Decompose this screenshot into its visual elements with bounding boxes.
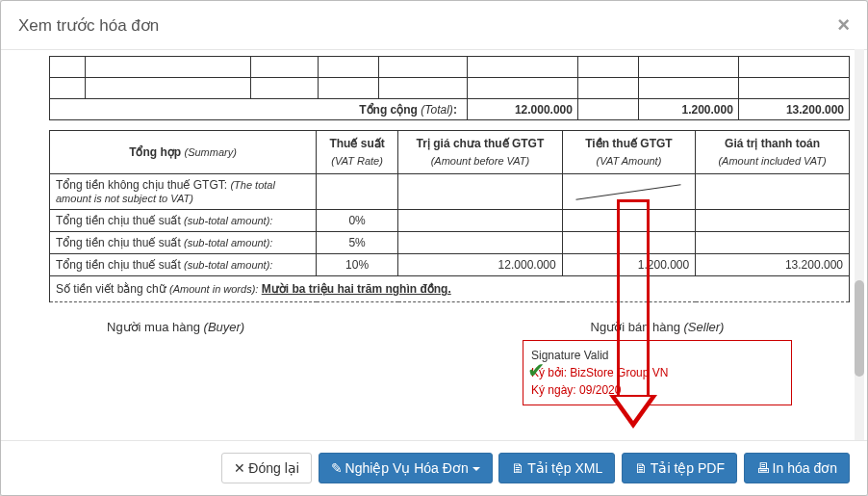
- close-button[interactable]: ✕Đóng lại: [221, 453, 312, 483]
- buyer-block: Người mua hàng (Buyer): [107, 320, 244, 405]
- modal-body[interactable]: Tổng cộng (Total): 12.000.000 1.200.000 …: [1, 50, 867, 435]
- total-grand: 13.200.000: [738, 99, 849, 120]
- hdr-rate: Thuế suất: [329, 137, 384, 150]
- summary-row: Tổng tiền không chịu thuế GTGT: (The tot…: [50, 174, 850, 210]
- table-row: [50, 57, 850, 78]
- x-icon: ✕: [234, 460, 245, 476]
- words-value: Mười ba triệu hai trăm nghìn đồng.: [262, 282, 451, 296]
- close-icon[interactable]: ×: [837, 14, 850, 36]
- invoice-preview-modal: Xem trước hóa đơn × Tổng cộng (Total): 1…: [0, 0, 868, 496]
- hdr-summary: Tổng hợp: [129, 145, 181, 159]
- edit-icon: ✎: [331, 460, 343, 476]
- signed-date: 09/2020: [579, 383, 621, 397]
- print-invoice-button[interactable]: 🖶In hóa đơn: [744, 453, 850, 483]
- signed-by: BizStore Group VN: [570, 366, 668, 379]
- hdr-vat: Tiền thuế GTGT: [585, 137, 672, 150]
- download-pdf-button[interactable]: 🗎Tải tệp PDF: [622, 453, 737, 483]
- summary-header-row: Tổng hợp (Summary) Thuế suất(VAT Rate) T…: [50, 131, 850, 174]
- total-label: Tổng cộng: [359, 103, 418, 117]
- items-total-row: Tổng cộng (Total): 12.000.000 1.200.000 …: [50, 99, 850, 120]
- signature-valid: Signature Valid: [531, 347, 783, 364]
- signature-row: Người mua hàng (Buyer) Người bán hàng (S…: [49, 320, 850, 405]
- signature-box: ✔ Signature Valid Ký bởi: BizStore Group…: [523, 340, 792, 405]
- chevron-down-icon: [472, 467, 480, 471]
- print-icon: 🖶: [756, 460, 770, 476]
- total-amount: 12.000.000: [467, 99, 577, 120]
- table-row: [50, 78, 850, 99]
- check-icon: ✔: [527, 354, 545, 386]
- total-vat: 1.200.000: [639, 99, 739, 120]
- scrollbar-track[interactable]: [855, 49, 864, 454]
- download-xml-button[interactable]: 🗎Tải tệp XML: [498, 453, 615, 483]
- hdr-before: Trị giá chưa thuế GTGT: [417, 137, 545, 150]
- items-table: Tổng cộng (Total): 12.000.000 1.200.000 …: [49, 56, 850, 120]
- summary-row: Tổng tiền chịu thuế suất (sub-total amou…: [50, 232, 850, 254]
- seller-block: Người bán hàng (Seller) ✔ Signature Vali…: [523, 320, 792, 405]
- words-label: Số tiền viết bằng chữ: [56, 282, 166, 296]
- modal-footer: ✕Đóng lại ✎Nghiệp Vụ Hóa Đơn 🗎Tải tệp XM…: [1, 440, 867, 495]
- summary-table: Tổng hợp (Summary) Thuế suất(VAT Rate) T…: [49, 130, 850, 302]
- invoice-ops-dropdown[interactable]: ✎Nghiệp Vụ Hóa Đơn: [319, 453, 493, 483]
- modal-title: Xem trước hóa đơn: [18, 15, 159, 36]
- hdr-total: Giá trị thanh toán: [725, 137, 820, 150]
- file-icon: 🗎: [511, 460, 524, 476]
- summary-row: Tổng tiền chịu thuế suất (sub-total amou…: [50, 254, 850, 276]
- file-icon: 🗎: [634, 460, 648, 476]
- amount-in-words-row: Số tiền viết bằng chữ (Amount in words):…: [50, 276, 850, 302]
- summary-row: Tổng tiền chịu thuế suất (sub-total amou…: [50, 210, 850, 232]
- scrollbar-thumb[interactable]: [855, 280, 864, 377]
- total-label-en: (Total): [421, 103, 453, 117]
- modal-header: Xem trước hóa đơn ×: [1, 1, 867, 50]
